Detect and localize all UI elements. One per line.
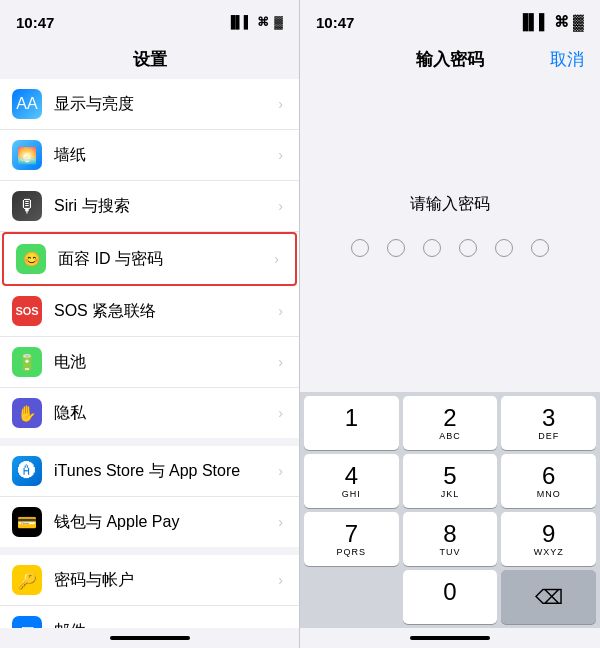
privacy-icon: ✋	[12, 398, 42, 428]
key-7[interactable]: 7 PQRS	[304, 512, 399, 566]
passcode-prompt: 请输入密码	[410, 194, 490, 215]
chevron-icon: ›	[278, 463, 283, 479]
key-5-letters: JKL	[441, 489, 460, 499]
key-7-letters: PQRS	[337, 547, 367, 557]
key-6-number: 6	[542, 464, 555, 488]
key-6[interactable]: 6 MNO	[501, 454, 596, 508]
settings-group-3: 🔑 密码与帐户 › ✉ 邮件 › 👤 通讯录 › 📅 日历 › 📝 备忘	[0, 555, 299, 628]
siri-icon: 🎙	[12, 191, 42, 221]
faceid-icon: 😊	[16, 244, 46, 274]
left-status-bar: 10:47 ▐▌▌ ⌘ ▓	[0, 0, 299, 44]
settings-list: AA 显示与亮度 › 🌅 墙纸 › 🎙 Siri 与搜索 › 😊 面容 ID 与…	[0, 79, 299, 628]
settings-item-privacy[interactable]: ✋ 隐私 ›	[0, 388, 299, 438]
settings-item-mail[interactable]: ✉ 邮件 ›	[0, 606, 299, 628]
key-0[interactable]: 0	[403, 570, 498, 624]
wallpaper-label: 墙纸	[54, 145, 278, 166]
settings-item-display[interactable]: AA 显示与亮度 ›	[0, 79, 299, 130]
key-0-letters	[448, 605, 452, 615]
right-panel: 10:47 ▐▌▌ ⌘ ▓ 输入密码 取消 请输入密码 1 2	[300, 0, 600, 648]
settings-item-sos[interactable]: SOS SOS 紧急联络 ›	[0, 286, 299, 337]
passcode-dot-1	[351, 239, 369, 257]
siri-label: Siri 与搜索	[54, 196, 278, 217]
settings-item-battery[interactable]: 🔋 电池 ›	[0, 337, 299, 388]
key-4-number: 4	[345, 464, 358, 488]
sos-label: SOS 紧急联络	[54, 301, 278, 322]
settings-item-wallet[interactable]: 💳 钱包与 Apple Pay ›	[0, 497, 299, 547]
settings-item-siri[interactable]: 🎙 Siri 与搜索 ›	[0, 181, 299, 232]
keypad-row-2: 4 GHI 5 JKL 6 MNO	[304, 454, 596, 508]
key-6-letters: MNO	[537, 489, 561, 499]
key-3[interactable]: 3 DEF	[501, 396, 596, 450]
settings-group-1: AA 显示与亮度 › 🌅 墙纸 › 🎙 Siri 与搜索 › 😊 面容 ID 与…	[0, 79, 299, 438]
wallet-icon: 💳	[12, 507, 42, 537]
passcode-dot-3	[423, 239, 441, 257]
chevron-icon: ›	[278, 405, 283, 421]
chevron-icon: ›	[278, 354, 283, 370]
chevron-icon: ›	[274, 251, 279, 267]
key-9-letters: WXYZ	[534, 547, 564, 557]
home-bar	[410, 636, 490, 640]
keypad-row-3: 7 PQRS 8 TUV 9 WXYZ	[304, 512, 596, 566]
key-7-number: 7	[345, 522, 358, 546]
keypad: 1 2 ABC 3 DEF 4 GHI 5 JKL 6	[300, 392, 600, 628]
appstore-icon: 🅐	[12, 456, 42, 486]
settings-item-wallpaper[interactable]: 🌅 墙纸 ›	[0, 130, 299, 181]
passcode-dot-5	[495, 239, 513, 257]
cancel-button[interactable]: 取消	[550, 48, 584, 71]
battery-icon: ▓	[573, 13, 584, 30]
display-label: 显示与亮度	[54, 94, 278, 115]
key-5[interactable]: 5 JKL	[403, 454, 498, 508]
passcode-dots	[351, 239, 549, 257]
wallet-label: 钱包与 Apple Pay	[54, 512, 278, 533]
settings-item-itunes[interactable]: 🅐 iTunes Store 与 App Store ›	[0, 446, 299, 497]
privacy-label: 隐私	[54, 403, 278, 424]
key-3-letters: DEF	[538, 431, 559, 441]
key-8-letters: TUV	[440, 547, 461, 557]
signal-icon: ▐▌▌	[518, 13, 550, 30]
chevron-icon: ›	[278, 147, 283, 163]
key-4-letters: GHI	[342, 489, 361, 499]
battery-icon-item: 🔋	[12, 347, 42, 377]
key-2-number: 2	[443, 406, 456, 430]
mail-icon: ✉	[12, 616, 42, 628]
left-status-icons: ▐▌▌ ⌘ ▓	[227, 15, 283, 29]
right-status-bar: 10:47 ▐▌▌ ⌘ ▓	[300, 0, 600, 44]
signal-icon: ▐▌▌	[227, 15, 253, 29]
left-panel: 10:47 ▐▌▌ ⌘ ▓ 设置 AA 显示与亮度 › 🌅 墙纸 › 🎙 Sir…	[0, 0, 300, 648]
settings-group-2: 🅐 iTunes Store 与 App Store › 💳 钱包与 Apple…	[0, 446, 299, 547]
right-status-icons: ▐▌▌ ⌘ ▓	[518, 13, 584, 31]
key-delete-symbol: ⌫	[535, 587, 563, 607]
left-nav-title: 设置	[0, 44, 299, 79]
passwords-label: 密码与帐户	[54, 570, 278, 591]
key-5-number: 5	[443, 464, 456, 488]
wifi-icon: ⌘	[554, 13, 569, 30]
faceid-label: 面容 ID 与密码	[58, 249, 274, 270]
battery-icon: ▓	[274, 15, 283, 29]
key-2[interactable]: 2 ABC	[403, 396, 498, 450]
key-4[interactable]: 4 GHI	[304, 454, 399, 508]
key-1[interactable]: 1	[304, 396, 399, 450]
left-time: 10:47	[16, 14, 54, 31]
battery-label: 电池	[54, 352, 278, 373]
passwords-icon: 🔑	[12, 565, 42, 595]
settings-item-passwords[interactable]: 🔑 密码与帐户 ›	[0, 555, 299, 606]
settings-item-faceid[interactable]: 😊 面容 ID 与密码 ›	[2, 232, 297, 286]
passcode-dot-6	[531, 239, 549, 257]
passcode-dot-2	[387, 239, 405, 257]
wifi-icon: ⌘	[257, 15, 269, 29]
display-icon: AA	[12, 89, 42, 119]
key-empty	[304, 570, 399, 624]
right-time: 10:47	[316, 14, 354, 31]
key-9[interactable]: 9 WXYZ	[501, 512, 596, 566]
right-nav-title: 输入密码	[416, 48, 484, 71]
key-delete[interactable]: ⌫	[501, 570, 596, 624]
passcode-area: 请输入密码	[300, 79, 600, 392]
key-8[interactable]: 8 TUV	[403, 512, 498, 566]
left-home-indicator	[0, 628, 299, 648]
key-1-number: 1	[345, 406, 358, 430]
key-8-number: 8	[443, 522, 456, 546]
wallpaper-icon: 🌅	[12, 140, 42, 170]
passcode-dot-4	[459, 239, 477, 257]
chevron-icon: ›	[278, 96, 283, 112]
mail-label: 邮件	[54, 621, 278, 629]
